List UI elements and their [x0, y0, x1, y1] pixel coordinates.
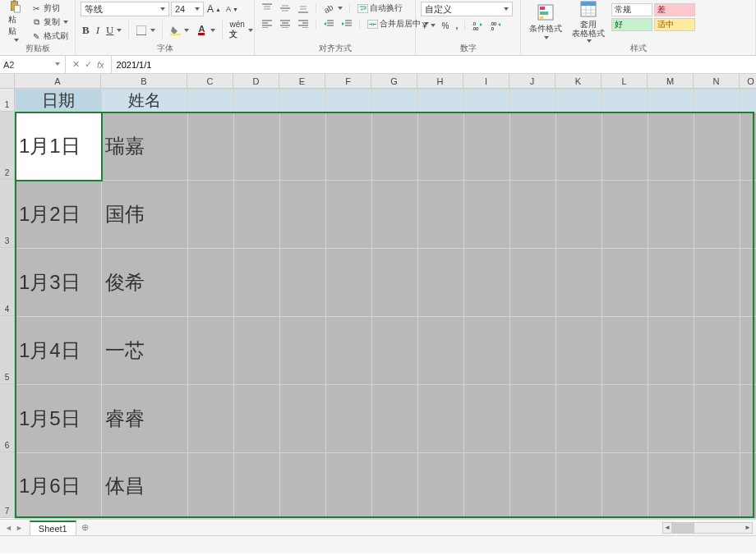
cell-B2[interactable]: 瑞嘉	[102, 112, 188, 181]
increase-indent-button[interactable]	[339, 17, 354, 30]
row-header-2[interactable]: 2	[0, 112, 14, 180]
add-sheet-button[interactable]: ⊕	[81, 522, 89, 533]
cell-style-good[interactable]: 好	[611, 18, 652, 31]
align-bottom-button[interactable]	[296, 2, 311, 15]
cell-B3[interactable]: 国伟	[102, 181, 188, 249]
col-header-E[interactable]: E	[279, 74, 325, 88]
cell-L3[interactable]	[602, 181, 648, 249]
cell-H6[interactable]	[418, 385, 464, 453]
cell-D7[interactable]	[234, 453, 280, 519]
fill-color-button[interactable]	[168, 24, 191, 37]
cell-B1[interactable]: 姓名	[102, 89, 188, 112]
cell-G5[interactable]	[372, 317, 418, 385]
cell-O4[interactable]	[740, 249, 757, 317]
align-left-button[interactable]	[260, 17, 274, 30]
font-name-combo[interactable]: 等线	[81, 2, 169, 16]
cell-M2[interactable]	[648, 112, 694, 181]
cell-N2[interactable]	[694, 112, 740, 181]
cell-A3[interactable]: 1月2日	[16, 181, 102, 249]
number-format-combo[interactable]: 自定义	[421, 2, 513, 16]
col-header-H[interactable]: H	[417, 74, 463, 88]
cell-J6[interactable]	[510, 385, 556, 453]
cell-B6[interactable]: 睿睿	[102, 385, 188, 453]
grid[interactable]: 日期姓名1月1日瑞嘉1月2日国伟1月3日俊希1月4日一芯1月5日睿睿1月6日体昌	[15, 89, 756, 519]
horizontal-scrollbar[interactable]: ◄ ►	[662, 522, 753, 534]
cell-B5[interactable]: 一芯	[102, 317, 188, 385]
cell-style-normal[interactable]: 常规	[611, 3, 652, 16]
cell-F2[interactable]	[326, 112, 372, 181]
col-header-C[interactable]: C	[187, 74, 233, 88]
sheet-tab-1[interactable]: Sheet1	[30, 521, 76, 535]
cell-E5[interactable]	[280, 317, 326, 385]
cell-C2[interactable]	[188, 112, 234, 181]
col-header-J[interactable]: J	[509, 74, 555, 88]
col-header-N[interactable]: N	[694, 74, 740, 88]
increase-decimal-button[interactable]: .0.00	[470, 19, 485, 32]
cell-F5[interactable]	[326, 317, 372, 385]
cell-D5[interactable]	[234, 317, 280, 385]
cell-M3[interactable]	[648, 181, 694, 249]
cell-I5[interactable]	[464, 317, 510, 385]
row-header-6[interactable]: 6	[0, 384, 14, 452]
cell-C6[interactable]	[188, 385, 234, 453]
cell-K7[interactable]	[556, 453, 602, 519]
cell-A6[interactable]: 1月5日	[16, 385, 102, 453]
cell-D1[interactable]	[234, 89, 280, 112]
col-header-K[interactable]: K	[555, 74, 602, 88]
align-top-button[interactable]	[260, 2, 274, 15]
cell-I4[interactable]	[464, 249, 510, 317]
cell-H2[interactable]	[418, 112, 464, 181]
select-all-corner[interactable]	[0, 74, 15, 89]
cell-J4[interactable]	[510, 249, 556, 317]
cell-L5[interactable]	[602, 317, 648, 385]
accept-formula-button[interactable]: ✓	[85, 59, 92, 70]
cell-E3[interactable]	[280, 181, 326, 249]
name-box[interactable]: A2	[0, 56, 66, 73]
percent-button[interactable]: %	[440, 21, 451, 31]
cell-G6[interactable]	[372, 385, 418, 453]
cell-style-bad[interactable]: 差	[654, 3, 695, 16]
cell-G4[interactable]	[372, 249, 418, 317]
paste-button[interactable]: 粘贴	[5, 2, 25, 41]
cell-K4[interactable]	[556, 249, 602, 317]
cell-G1[interactable]	[372, 89, 418, 112]
phonetic-button[interactable]: wén文	[228, 19, 254, 41]
decrease-indent-button[interactable]	[321, 17, 336, 30]
cell-D6[interactable]	[234, 385, 280, 453]
cell-F6[interactable]	[326, 385, 372, 453]
cell-E1[interactable]	[280, 89, 326, 112]
italic-button[interactable]: I	[94, 23, 101, 38]
row-header-4[interactable]: 4	[0, 248, 14, 316]
col-header-G[interactable]: G	[371, 74, 417, 88]
cut-button[interactable]: ✂ 剪切	[29, 2, 70, 15]
cell-N1[interactable]	[694, 89, 740, 112]
row-header-3[interactable]: 3	[0, 180, 14, 248]
conditional-formatting-button[interactable]: 条件格式	[526, 2, 565, 41]
cell-L6[interactable]	[602, 385, 648, 453]
orientation-button[interactable]: ab	[321, 2, 344, 15]
cell-O3[interactable]	[740, 181, 757, 249]
cell-K6[interactable]	[556, 385, 602, 453]
cell-E7[interactable]	[280, 453, 326, 519]
cell-O2[interactable]	[740, 112, 757, 181]
align-middle-button[interactable]	[278, 2, 293, 15]
cell-O6[interactable]	[740, 385, 757, 453]
cell-H4[interactable]	[418, 249, 464, 317]
cell-L1[interactable]	[602, 89, 648, 112]
cell-A5[interactable]: 1月4日	[16, 317, 102, 385]
cell-K2[interactable]	[556, 112, 602, 181]
decrease-font-button[interactable]: A▼	[224, 4, 240, 14]
cell-C5[interactable]	[188, 317, 234, 385]
cell-B4[interactable]: 俊希	[102, 249, 188, 317]
cell-O5[interactable]	[740, 317, 757, 385]
col-header-B[interactable]: B	[101, 74, 187, 88]
cell-O1[interactable]	[740, 89, 757, 112]
row-header-1[interactable]: 1	[0, 89, 14, 112]
cell-J1[interactable]	[510, 89, 556, 112]
currency-button[interactable]: ¥	[421, 21, 437, 31]
cell-N6[interactable]	[694, 385, 740, 453]
cell-I7[interactable]	[464, 453, 510, 519]
cell-K3[interactable]	[556, 181, 602, 249]
cell-H7[interactable]	[418, 453, 464, 519]
cell-C3[interactable]	[188, 181, 234, 249]
